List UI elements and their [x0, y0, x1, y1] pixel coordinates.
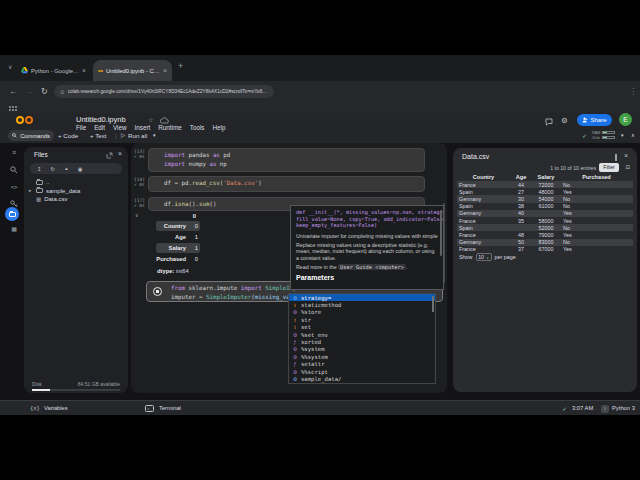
- run-all-play-icon[interactable]: ▷: [121, 132, 125, 138]
- table-cell: France: [457, 232, 510, 238]
- columns-icon[interactable]: ⊡: [625, 164, 630, 170]
- collapse-header-icon[interactable]: ∧: [631, 132, 635, 138]
- tab-close-icon[interactable]: ×: [82, 67, 86, 74]
- expand-arrow-icon[interactable]: ▸: [29, 188, 33, 193]
- cell-exec-count[interactable]: [17] ✓ 0s: [134, 198, 148, 208]
- code-editor[interactable]: df = pd.read_csv('Data.csv'): [149, 177, 424, 188]
- close-files-panel-icon[interactable]: ×: [118, 150, 122, 157]
- doc-popup-scrollbar[interactable]: [440, 210, 443, 256]
- cell-exec-count[interactable]: [13] ✓ 0s: [134, 149, 148, 159]
- stop-execution-icon[interactable]: [153, 287, 162, 296]
- tab-colab-active[interactable]: ∞ Untitled0.ipynb - Colab ×: [93, 60, 172, 81]
- filter-button[interactable]: Filter: [599, 163, 619, 172]
- completion-item-sample-data-[interactable]: ⚙sample_data/: [289, 375, 435, 382]
- panel-resize-handle[interactable]: [615, 154, 617, 161]
- tree-item-sample-data[interactable]: ▸sample_data: [24, 187, 128, 196]
- datatable-header-salary[interactable]: Salary: [532, 174, 560, 180]
- completion-item--set-env[interactable]: ⚙%set_env: [289, 331, 435, 338]
- cell-exec-count[interactable]: [14] ✓ 0s: [134, 177, 148, 187]
- completion-item--store[interactable]: ⚙%store: [289, 309, 435, 316]
- datatable-header-purchased[interactable]: Purchased: [560, 174, 633, 180]
- back-icon[interactable]: ←: [9, 87, 17, 96]
- site-info-icon[interactable]: ⊙: [60, 89, 65, 95]
- share-button[interactable]: Share: [577, 114, 612, 126]
- code-token: df = pd.: [164, 180, 192, 186]
- table-cell: Germany: [457, 239, 510, 245]
- tab-google-drive[interactable]: Python - Google Drive ×: [16, 60, 91, 81]
- toggle-hidden-files-icon[interactable]: ◉: [78, 166, 83, 172]
- forward-icon[interactable]: →: [25, 87, 33, 96]
- completion-item-sorted[interactable]: ƒsorted: [289, 338, 435, 345]
- avatar[interactable]: E: [619, 113, 632, 126]
- address-bar[interactable]: ⊙ colab.research.google.com/drive/1Vy40r…: [54, 85, 274, 98]
- comment-icon[interactable]: [545, 118, 553, 126]
- completion-scrollbar[interactable]: [432, 296, 434, 312]
- variables-button[interactable]: Variables: [44, 405, 68, 411]
- notebook-title[interactable]: Untitled0.ipynb: [76, 115, 126, 124]
- variables-icon[interactable]: {x}: [30, 405, 40, 411]
- resource-monitor[interactable]: RAM Disk: [592, 130, 618, 140]
- completion-item-set[interactable]: tset: [289, 324, 435, 331]
- browser-menu-icon[interactable]: ⋮: [629, 87, 637, 96]
- menu-file[interactable]: File: [76, 124, 86, 131]
- completion-item--script[interactable]: ⚙%%script: [289, 368, 435, 375]
- star-icon[interactable]: ☆: [148, 116, 153, 123]
- find-replace-icon[interactable]: [10, 166, 18, 174]
- add-text-button[interactable]: + Text: [90, 132, 107, 139]
- share-person-icon: [582, 117, 588, 123]
- last-run-time: 3:07 AM: [572, 405, 593, 411]
- new-tab-button[interactable]: +: [178, 63, 183, 70]
- completion-item-str[interactable]: tstr: [289, 316, 435, 323]
- upload-icon[interactable]: ↥: [37, 166, 42, 172]
- page-size-select[interactable]: 10∨: [476, 253, 492, 261]
- code-snippets-icon[interactable]: <>: [6, 183, 22, 191]
- table-of-contents-icon[interactable]: ≡: [6, 149, 22, 157]
- close-data-panel-icon[interactable]: ×: [624, 152, 628, 159]
- files-panel-icon-active[interactable]: [5, 207, 19, 221]
- add-code-button[interactable]: + Code: [58, 132, 78, 139]
- settings-gear-icon[interactable]: ⚙: [561, 116, 568, 125]
- code-cell-1[interactable]: import pandas as pdimport numpy as np: [148, 148, 425, 172]
- menu-help[interactable]: Help: [212, 124, 225, 131]
- menu-tools[interactable]: Tools: [190, 124, 205, 131]
- commands-button[interactable]: Commands: [8, 130, 54, 141]
- user-guide-link[interactable]: User Guide <imputer>: [338, 264, 406, 270]
- run-all-dropdown-icon[interactable]: ▾: [153, 132, 156, 138]
- tab-title: Python - Google Drive: [31, 68, 79, 74]
- datatable-body: France4472000NoSpain2748000YesGermany305…: [457, 181, 633, 253]
- datatable-header-age[interactable]: Age: [510, 174, 532, 180]
- menu-edit[interactable]: Edit: [94, 124, 105, 131]
- terminal-button[interactable]: Terminal: [159, 405, 181, 411]
- completion-item-strategy-[interactable]: ⚙strategy=: [289, 294, 435, 301]
- colab-logo-icon[interactable]: [16, 115, 38, 127]
- kernel-name[interactable]: Python 3: [612, 405, 635, 411]
- terminal-rail-icon[interactable]: ▦: [6, 225, 22, 233]
- datatable-header-country[interactable]: Country: [457, 174, 510, 180]
- menu-insert[interactable]: Insert: [135, 124, 151, 131]
- code-cell-2[interactable]: df = pd.read_csv('Data.csv'): [148, 176, 425, 192]
- terminal-icon[interactable]: >_: [145, 405, 154, 412]
- table-row: France3767000Yes: [457, 246, 633, 253]
- isna-row-value: 1: [186, 234, 200, 240]
- collapse-output-icon[interactable]: ∨: [135, 212, 139, 218]
- run-all-button[interactable]: Run all: [128, 132, 147, 139]
- menu-runtime[interactable]: Runtime: [158, 124, 181, 131]
- tree-item--[interactable]: ..: [24, 178, 128, 187]
- completion-item--system[interactable]: ⚙%%system: [289, 353, 435, 360]
- reload-icon[interactable]: ↻: [41, 87, 48, 96]
- resources-dropdown-icon[interactable]: ▾: [621, 132, 624, 138]
- menu-view[interactable]: View: [113, 124, 127, 131]
- code-editor[interactable]: import pandas as pdimport numpy as np: [149, 149, 424, 169]
- tab-search-chevron-icon[interactable]: ∨: [8, 64, 12, 71]
- tree-label: Data.csv: [44, 196, 67, 202]
- popout-icon[interactable]: [106, 152, 113, 159]
- refresh-icon[interactable]: ↻: [51, 166, 56, 172]
- tab-close-icon[interactable]: ×: [163, 67, 167, 74]
- completion-item-staticmethod[interactable]: tstaticmethod: [289, 301, 435, 308]
- mount-drive-icon[interactable]: ▲: [64, 166, 68, 171]
- tree-item-Data-csv[interactable]: ▦Data.csv: [24, 195, 128, 204]
- apps-grid-icon[interactable]: [9, 106, 11, 108]
- completion-item--system[interactable]: ⚙%system: [289, 346, 435, 353]
- completion-item-setattr[interactable]: ƒsetattr: [289, 361, 435, 368]
- per-page-label: per page: [495, 254, 516, 260]
